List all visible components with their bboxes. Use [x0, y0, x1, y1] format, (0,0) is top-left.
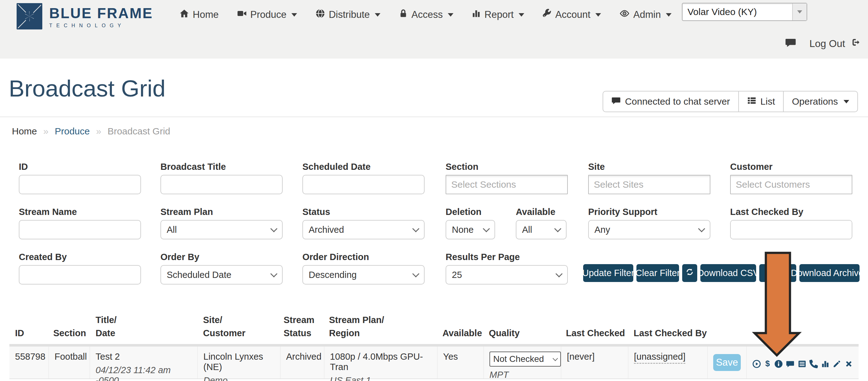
nav-item-admin[interactable]: Admin	[619, 8, 672, 21]
org-selector[interactable]: Volar Video (KY)	[682, 3, 807, 21]
logout-button[interactable]: Log Out	[809, 37, 860, 50]
stream-plan-select[interactable]: All	[160, 220, 283, 240]
id-filter-input[interactable]	[19, 175, 141, 194]
nav-item-access[interactable]: Access	[399, 8, 454, 21]
refresh-icon	[685, 267, 694, 279]
deletion-filter-label: Deletion	[445, 207, 481, 217]
nav-item-home[interactable]: Home	[179, 8, 219, 21]
main-nav: Home Produce Distribute Access Report Ac…	[179, 7, 734, 23]
clear-filter-button[interactable]: Clear Filter	[637, 264, 679, 282]
brand-logo[interactable]: BLUE FRAME TECHNOLOGY	[17, 3, 153, 31]
row-quality-sub: MPT	[490, 370, 555, 380]
nav-label: Report	[485, 9, 514, 20]
bar-chart-icon[interactable]	[821, 359, 830, 369]
chat-server-status-button[interactable]: Connected to chat server	[603, 92, 738, 112]
status-filter-label: Status	[302, 207, 330, 217]
last-checked-by-combobox	[730, 220, 852, 240]
last-checked-by-editable[interactable]: [unassigned]	[634, 352, 685, 364]
col-header-section: Section	[53, 313, 86, 340]
section-filter-label: Section	[445, 162, 478, 172]
chat-server-status-label: Connected to chat server	[625, 96, 730, 107]
nav-item-distribute[interactable]: Distribute	[315, 8, 380, 21]
title-divider	[0, 117, 868, 117]
chevron-down-icon	[271, 270, 278, 277]
update-filter-button[interactable]: Update Filter	[583, 264, 633, 282]
chevron-down-icon	[448, 13, 454, 17]
brand-name: BLUE FRAME	[49, 6, 153, 20]
breadcrumb-separator: »	[43, 126, 49, 137]
quality-select[interactable]: Not Checked	[490, 352, 561, 367]
cell-last-checked: [never]	[561, 347, 628, 379]
cell-last-checked-by: [unassigned]	[628, 347, 707, 379]
order-by-filter-label: Order By	[160, 252, 199, 262]
nav-item-report[interactable]: Report	[472, 8, 524, 21]
phone-icon[interactable]	[809, 359, 818, 369]
operations-menu-button[interactable]: Operations	[783, 92, 857, 112]
created-by-filter-label: Created By	[19, 252, 67, 262]
status-value: Archived	[309, 225, 344, 235]
chevron-down-icon	[666, 13, 672, 17]
cell-title-date: Test 2 04/12/23 11:42 am -0500	[90, 347, 197, 379]
col-header-title-date: Title/Date	[96, 313, 117, 340]
svg-text:$: $	[766, 359, 770, 368]
comment-icon[interactable]	[786, 359, 794, 369]
chevron-down-icon	[554, 225, 561, 232]
chevron-down-icon	[271, 225, 278, 232]
section-filter-multiselect[interactable]	[445, 175, 568, 194]
info-circle-icon[interactable]	[774, 359, 783, 369]
broadcast-title-filter-input[interactable]	[160, 175, 283, 194]
deletion-value: None	[452, 225, 473, 235]
chevron-down-icon	[519, 13, 524, 17]
chevron-down-icon	[375, 13, 380, 17]
header-chat-button[interactable]	[785, 37, 796, 50]
results-per-page-value: 25	[452, 270, 462, 280]
nav-item-account[interactable]: Account	[542, 8, 601, 21]
status-select[interactable]: Archived	[302, 220, 425, 240]
stream-name-filter-input[interactable]	[19, 220, 141, 240]
cell-id: 558798	[9, 347, 49, 379]
nav-label: Account	[555, 9, 590, 20]
dropdown-arrow-icon	[797, 10, 802, 13]
order-direction-select[interactable]: Descending	[302, 265, 425, 285]
nav-label: Access	[411, 9, 443, 20]
last-checked-by-input[interactable]	[731, 221, 852, 239]
save-button[interactable]: Save	[713, 354, 741, 371]
pencil-icon[interactable]	[833, 359, 841, 369]
deletion-select[interactable]: None	[445, 220, 495, 240]
dollar-icon[interactable]: $	[764, 359, 771, 369]
priority-support-select[interactable]: Any	[588, 220, 710, 240]
available-select[interactable]: All	[516, 220, 566, 240]
breadcrumb-produce-link[interactable]: Produce	[55, 126, 90, 137]
scheduled-date-filter-input[interactable]	[302, 175, 425, 194]
customer-filter-multiselect[interactable]	[730, 175, 852, 194]
results-per-page-select[interactable]: 25	[445, 265, 568, 285]
list-view-button[interactable]: List	[738, 92, 783, 112]
site-filter-multiselect[interactable]	[588, 175, 710, 194]
order-by-select[interactable]: Scheduled Date	[160, 265, 283, 285]
annotation-arrow-down	[752, 250, 802, 358]
row-customer: Demo	[204, 375, 275, 381]
cell-stream-plan-region: 1080p / 4.0Mbps GPU-Tran US East 1	[324, 347, 437, 379]
list-alt-icon[interactable]	[798, 359, 806, 369]
org-selector-value: Volar Video (KY)	[682, 3, 792, 20]
refresh-button[interactable]	[682, 264, 697, 282]
cell-available: Yes	[437, 347, 484, 379]
available-filter-label: Available	[516, 207, 555, 217]
play-circle-icon[interactable]	[752, 359, 761, 369]
chat-bubble-icon	[785, 44, 796, 49]
created-by-filter-input[interactable]	[19, 265, 141, 285]
brand-tagline: TECHNOLOGY	[49, 23, 153, 28]
col-header-last-checked: Last Checked	[566, 313, 625, 340]
download-archives-button[interactable]: Download Archives	[799, 264, 860, 282]
col-header-id: ID	[15, 313, 24, 340]
nav-item-produce[interactable]: Produce	[237, 8, 297, 21]
nav-label: Distribute	[329, 9, 370, 20]
chat-bubble-icon	[611, 96, 621, 107]
cell-save: Save	[707, 347, 746, 379]
row-region: US East 1	[330, 375, 432, 381]
row-date: 04/12/23 11:42 am -0500	[96, 365, 192, 381]
org-selector-dropdown[interactable]	[792, 3, 807, 20]
download-csv-button[interactable]: Download CSV	[700, 264, 756, 282]
close-icon[interactable]	[844, 359, 853, 369]
chevron-down-icon	[843, 100, 849, 103]
